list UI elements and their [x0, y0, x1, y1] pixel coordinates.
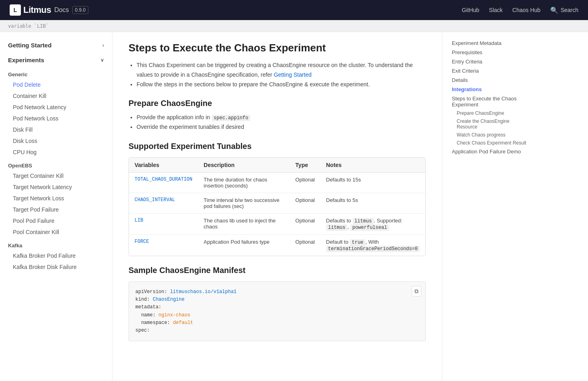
sidebar-item-target-pod-failure[interactable]: Target Pod Failure: [0, 204, 112, 215]
sidebar-item-container-kill[interactable]: Container Kill: [0, 90, 112, 102]
tunables-table: Variables Description Type Notes TOTAL_C…: [129, 157, 426, 256]
code-line-4: name: nginx-chaos: [135, 312, 419, 319]
desc-chaos-interval: Time interval b/w two successive pod fai…: [198, 193, 290, 213]
sidebar-item-pod-network-loss[interactable]: Pod Network Loss: [0, 113, 112, 124]
code-litmus: litmus: [353, 218, 374, 224]
code-line-2: kind: ChaosEngine: [135, 296, 419, 304]
table-body: TOTAL_CHAOS_DURATION The time duration f…: [129, 172, 425, 256]
notes-force: Default to true, With terminationGracePe…: [321, 234, 425, 256]
sidebar-item-target-container-kill[interactable]: Target Container Kill: [0, 170, 112, 181]
type-chaos-interval: Optional: [290, 193, 320, 213]
toc-integrations[interactable]: Integrations: [449, 85, 532, 94]
prepare-bullet-2: Override the experiment tunables if desi…: [137, 122, 426, 132]
toc-exit-criteria[interactable]: Exit Criteria: [449, 66, 532, 75]
sidebar-item-pool-container-kill[interactable]: Pool Container Kill: [0, 226, 112, 238]
col-notes: Notes: [321, 158, 425, 173]
col-description: Description: [198, 158, 290, 173]
table-header: Variables Description Type Notes: [129, 158, 425, 173]
code-line-5: namespace: default: [135, 319, 419, 327]
table-row: CHAOS_INTERVAL Time interval b/w two suc…: [129, 193, 425, 213]
code-termination: terminationGracePeriodSeconds=0: [326, 246, 420, 252]
prepare-bullets: Provide the application info in spec.app…: [137, 113, 426, 132]
sidebar-item-target-network-latency[interactable]: Target Network Latency: [0, 181, 112, 193]
sidebar-category-openebs: OpenEBS: [0, 159, 112, 170]
scroll-text: variable `LIB`: [8, 23, 49, 29]
code-powerfulseal: powerfulseal: [350, 224, 389, 231]
sidebar-item-disk-fill[interactable]: Disk Fill: [0, 124, 112, 135]
toc-check-result[interactable]: Check Chaos Experiment Result: [449, 139, 532, 147]
sidebar-item-target-network-loss[interactable]: Target Network Loss: [0, 193, 112, 204]
nav-slack[interactable]: Slack: [489, 7, 502, 13]
sidebar-item-pod-delete[interactable]: Pod Delete: [0, 79, 112, 90]
code-line-6: spec:: [135, 327, 419, 334]
table-row: LIB The chaos lib used to inject the cha…: [129, 213, 425, 234]
notes-lib: Defaults to litmus. Supported: litmus, p…: [321, 213, 425, 234]
sidebar-section-getting-started: Getting Started ›: [0, 39, 112, 52]
col-type: Type: [290, 158, 320, 173]
sidebar-item-kafka-broker-disk-failure[interactable]: Kafka Broker Disk Failure: [0, 261, 112, 273]
copy-button[interactable]: ⧉: [412, 286, 421, 297]
litmus-logo[interactable]: L Litmus Docs: [10, 4, 69, 16]
type-lib: Optional: [290, 213, 320, 234]
toc-watch-chaos[interactable]: Watch Chaos progress: [449, 131, 532, 139]
toc-create-resource[interactable]: Create the ChaosEngine Resource: [449, 117, 532, 131]
nav-github[interactable]: GitHub: [462, 7, 480, 13]
toc-prepare-chaosengine[interactable]: Prepare ChaosEngine: [449, 109, 532, 117]
main-content: Steps to Execute the Chaos Experiment Th…: [112, 32, 442, 381]
sidebar: Getting Started › Experiments ∨ Generic …: [0, 32, 112, 381]
search-icon: 🔍: [550, 6, 558, 14]
version-badge: 0.9.0: [72, 6, 89, 14]
logo-docs-text: Docs: [54, 6, 69, 14]
sidebar-item-pool-pod-failure[interactable]: Pool Pod Failure: [0, 215, 112, 226]
page-title: Steps to Execute the Chaos Experiment: [129, 42, 426, 54]
right-toc: Experiment Metadata Prerequisites Entry …: [442, 32, 538, 381]
sidebar-section-experiments: Experiments ∨ Generic Pod Delete Contain…: [0, 53, 112, 273]
code-line-1: apiVersion: litmuschaos.io/v1alpha1: [135, 288, 419, 296]
code-block-manifest: ⧉ apiVersion: litmuschaos.io/v1alpha1 ki…: [129, 281, 426, 341]
nav-links: GitHub Slack Chaos Hub 🔍 Search: [462, 6, 578, 14]
chevron-down-icon: ∨: [100, 57, 104, 63]
prepare-bullet-1: Provide the application info in spec.app…: [137, 113, 426, 122]
sidebar-item-pod-network-latency[interactable]: Pod Network Latency: [0, 102, 112, 113]
main-layout: Getting Started › Experiments ∨ Generic …: [0, 32, 588, 381]
var-force: FORCE: [129, 234, 198, 256]
logo-icon: L: [10, 4, 21, 16]
var-total-chaos: TOTAL_CHAOS_DURATION: [129, 172, 198, 193]
section-tunables-heading: Supported Experiment Tunables: [129, 142, 426, 151]
sidebar-item-kafka-broker-pod-failure[interactable]: Kafka Broker Pod Failure: [0, 250, 112, 261]
toc-app-pod-failure-demo[interactable]: Application Pod Failure Demo: [449, 147, 532, 156]
sidebar-experiments[interactable]: Experiments ∨: [0, 53, 112, 67]
table-row: FORCE Application Pod failures type Opti…: [129, 234, 425, 256]
notes-chaos-interval: Defaults to 5s: [321, 193, 425, 213]
getting-started-link[interactable]: Getting Started: [274, 71, 312, 78]
section-prepare-heading: Prepare ChaosEngine: [129, 99, 426, 108]
top-navigation: L Litmus Docs 0.9.0 GitHub Slack Chaos H…: [0, 0, 588, 20]
toc-entry-criteria[interactable]: Entry Criteria: [449, 57, 532, 66]
sidebar-getting-started-label: Getting Started: [8, 42, 51, 49]
toc-prerequisites[interactable]: Prerequisites: [449, 48, 532, 57]
scroll-indicator: variable `LIB`: [0, 20, 588, 32]
code-appinfo: spec.appinfo: [212, 115, 250, 121]
nav-chaos-hub[interactable]: Chaos Hub: [512, 7, 541, 13]
desc-total-chaos: The time duration for chaos insertion (s…: [198, 172, 290, 193]
intro-bullet-2: Follow the steps in the sections below t…: [137, 80, 426, 90]
toc-experiment-metadata[interactable]: Experiment Metadata: [449, 39, 532, 48]
type-force: Optional: [290, 234, 320, 256]
toc-details[interactable]: Details: [449, 75, 532, 85]
sidebar-experiments-label: Experiments: [8, 57, 44, 63]
search-button[interactable]: 🔍 Search: [550, 6, 578, 14]
sidebar-item-cpu-hog[interactable]: CPU Hog: [0, 147, 112, 158]
search-label: Search: [561, 7, 578, 13]
sidebar-item-disk-loss[interactable]: Disk Loss: [0, 135, 112, 147]
col-variables: Variables: [129, 158, 198, 173]
tunables-table-element: Variables Description Type Notes TOTAL_C…: [129, 158, 425, 256]
sidebar-category-kafka: Kafka: [0, 239, 112, 250]
sidebar-getting-started[interactable]: Getting Started ›: [0, 39, 112, 52]
logo-litmus-text: Litmus: [23, 5, 51, 15]
intro-bullets: This Chaos Experiment can be triggered b…: [137, 61, 426, 89]
type-total-chaos: Optional: [290, 172, 320, 193]
toc-steps-execute[interactable]: Steps to Execute the Chaos Experiment: [449, 94, 532, 109]
var-chaos-interval: CHAOS_INTERVAL: [129, 193, 198, 213]
table-row: TOTAL_CHAOS_DURATION The time duration f…: [129, 172, 425, 193]
code-true: true: [350, 239, 365, 246]
